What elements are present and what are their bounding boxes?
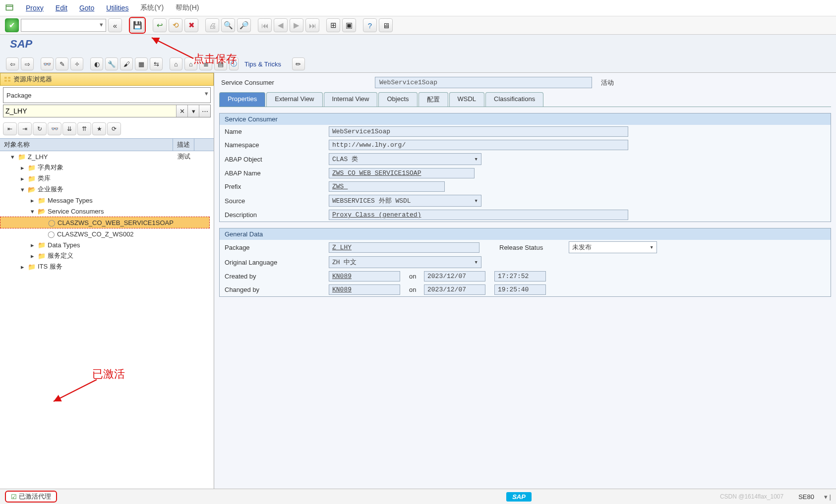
sap-logo: SAP [506,492,532,502]
list-icon[interactable]: ▤ [214,57,227,70]
tree-consumer-1[interactable]: CLASZWS_CO_WEB_SERVICE1SOAP [58,219,174,226]
next-page-icon[interactable]: ▶ [290,18,303,32]
svg-rect-1 [4,77,7,78]
window-icon[interactable] [5,3,14,12]
package-value[interactable]: Z_LHY [329,242,479,253]
source-label: Source [225,197,329,205]
save-button[interactable]: 💾 [130,18,144,32]
tree-prev-icon[interactable]: ⇤ [3,122,17,135]
info-icon[interactable]: ⓘ [229,57,239,70]
edit-icon[interactable]: ✏ [292,57,305,70]
new-session-icon[interactable]: ⊞ [326,18,340,32]
menu-utilities[interactable]: Utilities [106,4,128,12]
wrench-icon[interactable]: 🔧 [105,57,118,70]
back-icon[interactable]: ↩ [153,18,167,32]
cancel-icon[interactable]: ✖ [184,18,198,32]
activate-icon[interactable]: ✧ [70,57,83,70]
category-combo[interactable]: Package▾ [3,87,211,103]
tree-fav-icon[interactable]: ★ [92,122,106,135]
hierarchy2-icon[interactable]: ⌂ [184,57,197,70]
clear-input-icon[interactable]: ✕ [176,105,187,117]
tree-consumer-2[interactable]: CLASZWS_CO_Z_WS002 [57,230,134,238]
print-icon[interactable]: 🖨 [205,18,219,32]
description-label: Description [225,211,329,219]
tips-tricks-link[interactable]: Tips & Tricks [240,60,285,68]
tree-root[interactable]: Z_LHY [28,153,48,161]
changed-by-label: Changed by [225,286,329,293]
tree-display-icon[interactable]: 👓 [48,122,61,135]
tree-svc-consumers[interactable]: Service Consumers [48,208,104,215]
first-page-icon[interactable]: ⏮ [258,18,272,32]
nav-fwd-icon[interactable]: ⇨ [21,57,34,70]
input-dropdown-icon[interactable]: ▾ [187,105,199,117]
source-value[interactable]: WEBSERVICES 外部 WSDL [329,195,481,207]
tree-datatypes[interactable]: Data Types [48,241,80,249]
input-split-icon[interactable]: ⋯ [199,105,210,117]
tree-its[interactable]: ITS 服务 [38,262,62,271]
tab-internal-view[interactable]: Internal View [324,92,378,107]
on-label-2: on [409,286,424,293]
prev-page-icon[interactable]: ◀ [274,18,288,32]
tree-sync-icon[interactable]: ⟳ [107,122,121,135]
tree-columns: 对象名称 描述 [0,138,214,151]
exit-icon[interactable]: ⟲ [169,18,182,32]
menu-help[interactable]: 帮助(H) [176,3,199,12]
changed-by-value: KN089 [329,284,400,295]
last-page-icon[interactable]: ⏭ [305,18,319,32]
accept-icon[interactable]: ✔ [5,18,19,32]
page-title: SAP [0,35,836,56]
abap-object-label: ABAP Object [225,156,329,163]
tree-classlib[interactable]: 类库 [38,174,51,183]
tree-dict[interactable]: 字典对象 [38,163,63,172]
hierarchy1-icon[interactable]: ⌂ [170,57,182,70]
find-icon[interactable]: 🔍 [221,18,235,32]
tree-refresh-icon[interactable]: ↻ [33,122,47,135]
description-value[interactable]: Proxy Class (generated) [329,210,628,220]
circle-icon[interactable]: ◐ [90,57,103,70]
menu-system[interactable]: 系统(Y) [140,3,164,12]
layout-icon[interactable]: ▣ [342,18,356,32]
tab-classifications[interactable]: Classifications [485,92,543,107]
repository-header: 资源库浏览器 [0,73,214,86]
on-label-1: on [409,273,424,280]
tree-enterprise[interactable]: 企业服务 [38,185,63,194]
brush-icon[interactable]: 🖌 [120,57,133,70]
release-status-value[interactable]: 未发布 [569,241,657,253]
find-next-icon[interactable]: 🔎 [237,18,251,32]
pattern-icon[interactable]: ▦ [135,57,148,70]
tab-wsdl[interactable]: WSDL [449,92,485,107]
abap-name-label: ABAP Name [225,169,329,177]
orig-lang-value[interactable]: ZH 中文 [329,256,481,268]
tree-expand-icon[interactable]: ⇈ [77,122,91,135]
command-field[interactable] [21,19,106,32]
tree-next-icon[interactable]: ⇥ [18,122,32,135]
tab-properties[interactable]: Properties [219,92,265,107]
abap-object-value[interactable]: CLAS 类 [329,153,481,165]
menu-edit[interactable]: Edit [56,4,67,12]
nav-back-icon[interactable]: ⇦ [6,57,19,70]
where-used-icon[interactable]: ⇆ [150,57,163,70]
abap-name-value[interactable]: ZWS_CO_WEB_SERVICE1SOAP [329,168,475,178]
display-edit-icon[interactable]: ✎ [56,57,68,70]
svg-rect-2 [8,77,10,78]
grp2-title: General Data [220,228,831,240]
tree-msgtypes[interactable]: Message Types [48,197,93,204]
hierarchy3-icon[interactable]: ≣ [199,57,212,70]
glasses-icon[interactable]: 👓 [41,57,54,70]
customize-icon[interactable]: 🖥 [379,18,393,32]
package-input[interactable] [3,105,176,117]
tab-config[interactable]: 配置 [418,92,448,107]
prefix-value[interactable]: ZWS_ [329,181,445,192]
object-tree[interactable]: ▾📁Z_LHY 测试 ▸📁字典对象 ▸📁类库 ▾📂企业服务 ▸📁Message … [0,151,214,272]
tab-external-view[interactable]: External View [266,92,322,107]
app-toolbar: ⇦ ⇨ 👓 ✎ ✧ ◐ 🔧 🖌 ▦ ⇆ ⌂ ⌂ ≣ ▤ ⓘ Tips & Tri… [0,56,836,73]
tree-collapse-icon[interactable]: ⇊ [62,122,76,135]
history-chevron-icon[interactable]: « [108,18,122,32]
detail-name-field: WebService1Soap [375,77,592,88]
tree-root-desc: 测试 [178,152,207,161]
menu-goto[interactable]: Goto [79,4,94,12]
help-icon[interactable]: ? [363,18,377,32]
tab-objects[interactable]: Objects [378,92,417,107]
tree-svcdef[interactable]: 服务定义 [48,251,73,260]
menu-proxy[interactable]: Proxy [26,4,44,12]
